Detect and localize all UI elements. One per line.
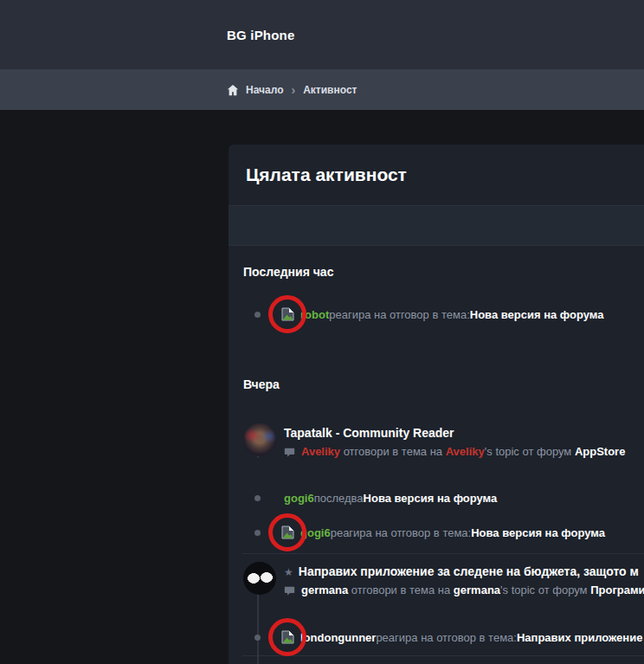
section-header: Последния час xyxy=(243,265,644,279)
user-link[interactable]: Aveliky xyxy=(301,445,340,458)
star-icon: ★ xyxy=(284,567,293,577)
activity-item: Tapatalk - Community ReaderAveliky отгов… xyxy=(229,423,644,461)
home-icon[interactable] xyxy=(227,84,239,96)
action-text: отговори в тема на xyxy=(348,583,454,596)
user-link[interactable]: gogi6 xyxy=(300,526,331,539)
action-text: реагира на отговор в тема: xyxy=(331,526,472,539)
topic-link[interactable]: Нова версия на форума xyxy=(471,526,605,539)
activity-row: londongunner реагира на отговор в тема: … xyxy=(229,620,644,654)
bullet-dot xyxy=(254,495,261,501)
activity-row: robot реагира на отговор в тема: Нова ве… xyxy=(229,297,644,332)
topic-link[interactable]: Програми за xyxy=(590,583,644,596)
broken-image-icon xyxy=(280,307,294,321)
activity-row: gogi6 последва Нова версия на форума xyxy=(229,480,644,515)
avatar[interactable] xyxy=(243,562,276,595)
action-text: 's topic от форум xyxy=(485,445,575,458)
topic-link[interactable]: Нова версия на форума xyxy=(364,492,498,505)
chevron-right-icon: › xyxy=(291,84,295,96)
item-meta: Aveliky отговори в тема на Aveliky's top… xyxy=(284,445,644,459)
user-link[interactable]: robot xyxy=(300,308,329,321)
action-text: отговори в тема на xyxy=(340,445,446,458)
item-meta: germana отговори в тема на germana's top… xyxy=(284,583,644,597)
activity-panel: Цялата активност Последния часrobot реаг… xyxy=(229,145,644,664)
breadcrumb-item-activity: Активност xyxy=(303,84,357,96)
site-title[interactable]: BG iPhone xyxy=(227,28,294,42)
topic-link[interactable]: Направих приложение за xyxy=(517,631,644,644)
user-link[interactable]: gogi6 xyxy=(284,492,314,505)
meta-text: germana отговори в тема на germana's top… xyxy=(301,583,644,597)
item-title-text: Направих приложение за следене на бюджет… xyxy=(299,564,639,580)
activity-row: gogi6 реагира на отговор в тема: Нова ве… xyxy=(229,515,644,550)
user-link[interactable]: germana xyxy=(301,583,348,596)
topic-link[interactable]: Нова версия на форума xyxy=(470,308,604,321)
action-text: реагира на отговор в тема: xyxy=(329,308,470,321)
broken-image-icon xyxy=(280,525,294,539)
user-link[interactable]: Aveliky xyxy=(446,445,485,458)
avatar[interactable] xyxy=(243,423,276,456)
activity-stream: Последния часrobot реагира на отговор в … xyxy=(229,265,644,656)
section-header: Вчера xyxy=(243,377,644,391)
comment-icon xyxy=(284,585,295,596)
action-text: последва xyxy=(314,492,364,505)
site-header: BG iPhone xyxy=(0,0,644,69)
breadcrumb-item-home[interactable]: Начало xyxy=(246,84,283,96)
item-title-link[interactable]: ★Направих приложение за следене на бюдже… xyxy=(284,562,644,580)
topic-link[interactable]: AppStore xyxy=(575,445,626,458)
bullet-dot xyxy=(254,530,261,536)
broken-image-icon xyxy=(280,630,294,644)
action-text: 's topic от форум xyxy=(500,583,590,596)
item-title-link[interactable]: Tapatalk - Community Reader xyxy=(284,423,644,442)
bullet-dot xyxy=(254,635,261,641)
user-link[interactable]: germana xyxy=(454,583,500,596)
stream-filter-toolbar[interactable] xyxy=(229,206,644,246)
bullet-dot xyxy=(254,312,261,318)
activity-item: ★Направих приложение за следене на бюдже… xyxy=(229,562,644,600)
action-text: реагира на отговор в тема: xyxy=(376,631,517,644)
meta-text: Aveliky отговори в тема на Aveliky's top… xyxy=(301,445,625,459)
item-title-text: Tapatalk - Community Reader xyxy=(284,425,454,442)
breadcrumb: Начало › Активност xyxy=(0,69,644,110)
page-title: Цялата активност xyxy=(246,164,644,186)
user-link[interactable]: londongunner xyxy=(300,631,376,644)
divider xyxy=(242,655,644,656)
panel-header: Цялата активност xyxy=(229,145,644,206)
divider xyxy=(242,553,644,554)
comment-icon xyxy=(284,447,295,458)
